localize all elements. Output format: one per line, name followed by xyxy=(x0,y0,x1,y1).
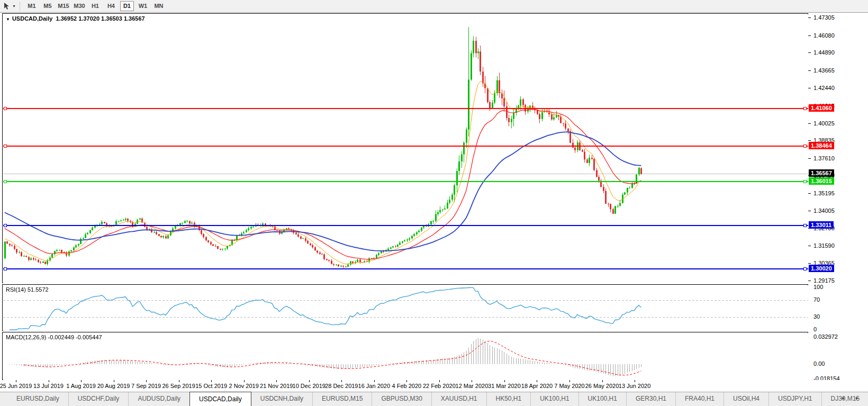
chart-ohlc-quote: 1.36952 1.37020 1.36503 1.36567 xyxy=(56,15,144,22)
x-axis-date-label: 13 Jun 2020 xyxy=(619,383,651,389)
toolbar-separator xyxy=(20,2,20,11)
x-axis-date-label: 1 Aug 2019 xyxy=(66,383,96,389)
chart-tab-audusd-daily[interactable]: AUDUSD,Daily xyxy=(128,392,189,406)
chart-tab-bar: EURUSD,DailyUSDCHF,DailyAUDUSD,DailyUSDC… xyxy=(0,392,868,406)
chart-tab-usdchf-daily[interactable]: USDCHF,Daily xyxy=(68,392,129,406)
x-axis-tick-mark xyxy=(341,380,342,382)
chart-tab-uk100-h1[interactable]: UK100,H1 xyxy=(530,392,578,406)
price-axis[interactable]: 1.473051.460801.448901.436651.424401.412… xyxy=(808,13,868,380)
rsi-axis-label: 0 xyxy=(813,326,817,332)
macd-axis-label: 0.00 xyxy=(813,360,825,367)
chart-tab-gbpusd-m30[interactable]: GBPUSD,M30 xyxy=(372,392,431,406)
x-axis-date-label: 2 Nov 2019 xyxy=(229,383,259,389)
chart-tab-ger30-h1[interactable]: GER30,H1 xyxy=(626,392,675,406)
macd-pane: MACD(12,26,9) -0.002449 -0.005447 xyxy=(2,332,808,380)
y-axis-tick-mark xyxy=(808,123,811,124)
y-axis-tick-mark xyxy=(808,281,811,281)
level-price-label[interactable]: 1.36015 xyxy=(809,177,834,185)
macd-label: MACD(12,26,9) -0.002449 -0.005447 xyxy=(6,334,102,340)
timeframe-button-H4[interactable]: H4 xyxy=(104,1,118,11)
y-axis-tick-label: 1.44890 xyxy=(813,49,835,56)
y-axis-tick-mark xyxy=(808,17,811,18)
level-price-label[interactable]: 1.33011 xyxy=(809,221,834,229)
date-axis[interactable]: 25 Jun 201913 Jul 20191 Aug 201920 Aug 2… xyxy=(0,380,868,392)
x-axis-tick-mark xyxy=(439,380,440,382)
chart-tab-usdjpy-h1[interactable]: USDJPY,H1 xyxy=(768,392,821,406)
y-axis-tick-mark xyxy=(808,88,811,88)
timeframe-button-M1[interactable]: M1 xyxy=(25,1,39,11)
y-axis-tick-mark xyxy=(808,158,811,159)
x-axis-date-label: 18 Apr 2020 xyxy=(521,383,553,389)
timeframe-button-MN[interactable]: MN xyxy=(152,1,166,11)
x-axis-tick-mark xyxy=(179,380,179,382)
x-axis-tick-mark xyxy=(374,380,375,382)
rsi-axis-label: 70 xyxy=(813,296,820,303)
x-axis-date-label: 4 Feb 2020 xyxy=(392,383,422,389)
y-axis-tick-mark xyxy=(808,211,811,211)
y-axis-tick-label: 1.34005 xyxy=(813,207,835,214)
timeframe-button-M30[interactable]: M30 xyxy=(73,1,86,11)
y-axis-tick-label: 1.47305 xyxy=(813,14,835,21)
mt4-window: ▼ M1M5M15M30H1H4D1W1MN ▼USDCAD,Daily 1.3… xyxy=(0,0,868,406)
current-price-label: 1.36567 xyxy=(809,169,834,177)
level-price-label[interactable]: 1.30020 xyxy=(809,265,834,272)
level-price-label[interactable]: 1.41060 xyxy=(809,104,834,112)
chart-symbol-label: USDCAD,Daily xyxy=(12,15,52,22)
chart-tab-usoil-h4[interactable]: USOil,H4 xyxy=(724,392,768,406)
chevron-down-icon[interactable]: ▼ xyxy=(12,4,16,8)
y-axis-tick-label: 1.40025 xyxy=(813,120,835,127)
level-price-label[interactable]: 1.38464 xyxy=(809,142,834,149)
chart-tab-hk50-h1[interactable]: HK50,H1 xyxy=(486,392,531,406)
chart-tab-fra40-h1[interactable]: FRA40,H1 xyxy=(675,392,724,406)
timeframe-button-M5[interactable]: M5 xyxy=(41,1,55,11)
y-axis-tick-mark xyxy=(808,140,811,141)
x-axis-date-label: 13 Jul 2019 xyxy=(33,383,64,389)
chart-title: ▼USDCAD,Daily 1.36952 1.37020 1.36503 1.… xyxy=(6,15,145,22)
y-axis-tick-mark xyxy=(808,246,811,246)
y-axis-tick-label: 1.37610 xyxy=(813,155,835,161)
x-axis-tick-mark xyxy=(276,380,277,382)
timeframe-toolbar: ▼ M1M5M15M30H1H4D1W1MN xyxy=(0,0,868,13)
x-axis-tick-mark xyxy=(114,380,114,382)
rsi-axis-label: 100 xyxy=(813,284,823,290)
rsi-canvas[interactable] xyxy=(3,285,808,331)
crosshair-tool-icon[interactable] xyxy=(2,2,12,11)
timeframe-button-W1[interactable]: W1 xyxy=(136,1,150,11)
x-axis-tick-mark xyxy=(406,380,407,382)
x-axis-date-label: 21 Nov 2019 xyxy=(260,383,293,389)
x-axis-tick-mark xyxy=(81,380,82,382)
x-axis-date-label: 25 Jun 2019 xyxy=(0,383,32,389)
y-axis-tick-label: 1.31590 xyxy=(813,242,835,249)
x-axis-tick-mark xyxy=(309,380,310,382)
x-axis-date-label: 22 Feb 2020 xyxy=(423,383,456,389)
timeframe-button-D1[interactable]: D1 xyxy=(120,1,134,11)
rsi-pane: RSI(14) 51.5572 xyxy=(2,284,808,331)
x-axis-date-label: 15 Oct 2019 xyxy=(195,383,227,389)
x-axis-tick-mark xyxy=(49,380,49,382)
y-axis-tick-label: 1.35195 xyxy=(813,190,835,196)
collapse-caret-icon[interactable]: ▼ xyxy=(6,17,10,22)
rsi-axis-label: 30 xyxy=(813,313,820,320)
x-axis-tick-mark xyxy=(146,380,147,382)
x-axis-date-label: 7 Sep 2019 xyxy=(131,383,161,389)
chart-tab-xauusd-h1[interactable]: XAUUSD,H1 xyxy=(431,392,486,406)
x-axis-tick-mark xyxy=(244,380,245,382)
y-axis-tick-label: 1.43665 xyxy=(813,67,835,74)
y-axis-tick-mark xyxy=(808,70,811,71)
timeframe-button-M15[interactable]: M15 xyxy=(57,1,70,11)
chart-tab-uk100-h1[interactable]: UK100,H1 xyxy=(578,392,626,406)
chart-tab-eurusd-daily[interactable]: EURUSD,Daily xyxy=(7,392,68,406)
tab-scroll-arrows[interactable]: ◄ ► xyxy=(840,395,864,401)
timeframe-button-H1[interactable]: H1 xyxy=(88,1,102,11)
x-axis-date-label: 10 Dec 2019 xyxy=(293,383,326,389)
x-axis-date-label: 20 Aug 2019 xyxy=(97,383,130,389)
x-axis-date-label: 26 Sep 2019 xyxy=(162,383,195,389)
chart-tab-eurusd-m15[interactable]: EURUSD,M15 xyxy=(312,392,372,406)
x-axis-date-label: 7 May 2020 xyxy=(554,383,584,389)
main-chart-pane: ▼USDCAD,Daily 1.36952 1.37020 1.36503 1.… xyxy=(2,13,808,283)
chart-tab-usdcad-daily[interactable]: USDCAD,Daily xyxy=(189,392,251,406)
macd-canvas[interactable] xyxy=(3,333,808,380)
y-axis-tick-mark xyxy=(808,35,811,36)
chart-tab-usdcnh-daily[interactable]: USDCNH,Daily xyxy=(251,392,312,406)
main-chart-canvas[interactable] xyxy=(3,14,808,283)
